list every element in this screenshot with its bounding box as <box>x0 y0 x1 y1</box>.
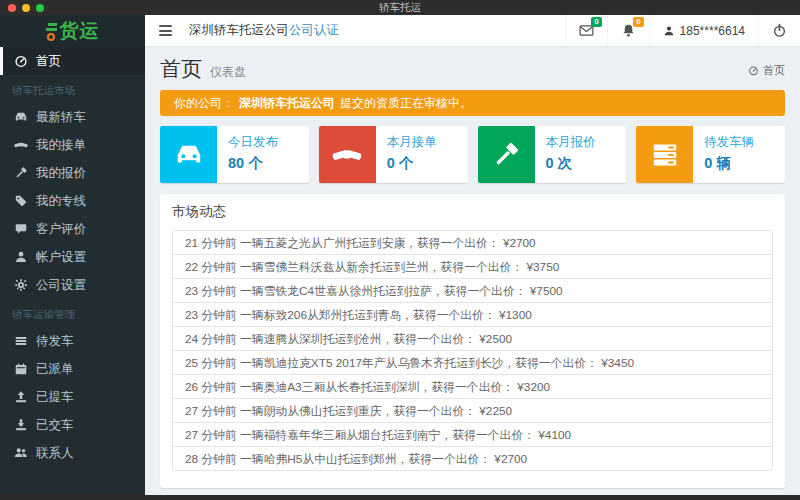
market-list-item[interactable]: 21 分钟前 一辆五菱之光从广州托运到安康，获得一个出价： ¥2700 <box>172 230 773 255</box>
sidebar-item-label: 已提车 <box>36 389 74 406</box>
notifications-button[interactable]: 0 <box>607 15 649 46</box>
stat-label: 待发车辆 <box>704 134 754 151</box>
content-area: 首页 仪表盘 首页 你的公司： 深圳轿车托运公司 提交的资质正在审核中。 <box>145 47 800 495</box>
sidebar: 货运 首页 轿车托运市场 最新轿车 我的接单 我的报价 <box>0 15 145 495</box>
sidebar-item-dispatched[interactable]: 已派单 <box>0 355 145 383</box>
sidebar-toggle-button[interactable] <box>145 15 185 46</box>
stat-card-published-today[interactable]: 今日发布 80 个 <box>160 126 309 183</box>
sidebar-item-delivered[interactable]: 已交车 <box>0 411 145 439</box>
server-icon <box>650 140 680 170</box>
market-activity-list: 21 分钟前 一辆五菱之光从广州托运到安康，获得一个出价： ¥2700 22 分… <box>172 230 773 479</box>
sidebar-section-transport: 轿车运输管理 <box>0 299 145 327</box>
messages-badge: 0 <box>591 17 601 27</box>
alert-message: 提交的资质正在审核中。 <box>340 95 472 112</box>
user-menu-button[interactable]: 185****6614 <box>649 15 758 46</box>
stat-card-pending-vehicles[interactable]: 待发车辆 0 辆 <box>636 126 785 183</box>
notifications-badge: 0 <box>633 17 643 27</box>
sidebar-item-label: 客户评价 <box>36 221 86 238</box>
sidebar-item-my-orders[interactable]: 我的接单 <box>0 131 145 159</box>
stat-cards: 今日发布 80 个 本月接单 0 个 <box>160 126 785 183</box>
sidebar-item-company-settings[interactable]: 公司设置 <box>0 271 145 299</box>
market-list-item[interactable]: 23 分钟前 一辆雪铁龙C4世嘉从徐州托运到拉萨，获得一个出价： ¥7500 <box>172 278 773 303</box>
alert-company: 深圳轿车托运公司 <box>239 95 335 112</box>
stat-card-month-quotes[interactable]: 本月报价 0 次 <box>478 126 627 183</box>
sidebar-item-label: 联系人 <box>36 445 74 462</box>
market-list-item[interactable]: 27 分钟前 一辆朗动从佛山托运到重庆，获得一个出价： ¥2250 <box>172 398 773 423</box>
sidebar-item-label: 我的接单 <box>36 137 86 154</box>
sidebar-item-customer-reviews[interactable]: 客户评价 <box>0 215 145 243</box>
sidebar-section-market: 轿车托运市场 <box>0 75 145 103</box>
car-icon <box>14 110 28 124</box>
sidebar-item-picked-up[interactable]: 已提车 <box>0 383 145 411</box>
car-icon <box>174 140 204 170</box>
breadcrumb-label: 首页 <box>763 63 785 78</box>
window-controls <box>8 4 44 12</box>
stat-card-month-orders[interactable]: 本月接单 0 个 <box>319 126 468 183</box>
calendar-icon <box>14 362 28 376</box>
sidebar-item-home[interactable]: 首页 <box>0 47 145 75</box>
sidebar-item-label: 公司设置 <box>36 277 86 294</box>
market-list-item[interactable]: 25 分钟前 一辆凯迪拉克XT5 2017年产从乌鲁木齐托运到长沙，获得一个出价… <box>172 350 773 375</box>
tag-icon <box>14 194 28 208</box>
gear-icon <box>14 278 28 292</box>
sidebar-item-label: 我的报价 <box>36 165 86 182</box>
sidebar-item-account-settings[interactable]: 帐户设置 <box>0 243 145 271</box>
window-bottom-edge <box>0 495 800 500</box>
company-certify-link[interactable]: 公司认证 <box>289 23 339 37</box>
market-list-item[interactable]: 26 分钟前 一辆奥迪A3三厢从长春托运到深圳，获得一个出价： ¥3200 <box>172 374 773 399</box>
stat-label: 本月报价 <box>546 134 596 151</box>
window-title: 轿车托运 <box>0 1 800 15</box>
sidebar-item-my-routes[interactable]: 我的专线 <box>0 187 145 215</box>
handshake-icon <box>14 138 28 152</box>
market-list-item[interactable]: 23 分钟前 一辆标致206从郑州托运到青岛，获得一个出价： ¥1300 <box>172 302 773 327</box>
page-subtitle: 仪表盘 <box>210 64 246 81</box>
stat-value: 80 个 <box>228 154 278 173</box>
sidebar-item-latest-cars[interactable]: 最新轿车 <box>0 103 145 131</box>
breadcrumb[interactable]: 首页 <box>748 63 785 78</box>
minimize-window-button[interactable] <box>22 4 30 12</box>
list-icon <box>14 334 28 348</box>
page-title: 首页 <box>160 55 202 83</box>
dashboard-icon <box>14 54 28 68</box>
sidebar-item-label: 已交车 <box>36 417 74 434</box>
sidebar-item-label: 最新轿车 <box>36 109 86 126</box>
sidebar-item-contacts[interactable]: 联系人 <box>0 439 145 467</box>
arrow-down-tray-icon <box>14 418 28 432</box>
messages-button[interactable]: 0 <box>565 15 607 46</box>
gavel-icon <box>491 140 521 170</box>
user-icon <box>14 250 28 264</box>
logo-icon <box>46 22 57 41</box>
review-alert: 你的公司： 深圳轿车托运公司 提交的资质正在审核中。 <box>160 90 785 116</box>
user-phone: 185****6614 <box>680 24 745 38</box>
app-window: 轿车托运 货运 首页 轿车托运市场 最新轿车 我的 <box>0 0 800 500</box>
sidebar-item-label: 待发车 <box>36 333 74 350</box>
close-window-button[interactable] <box>8 4 16 12</box>
alert-prefix: 你的公司： <box>174 95 234 112</box>
market-list-item[interactable]: 24 分钟前 一辆速腾从深圳托运到沧州，获得一个出价： ¥2500 <box>172 326 773 351</box>
market-activity-panel: 市场动态 21 分钟前 一辆五菱之光从广州托运到安康，获得一个出价： ¥2700… <box>160 194 785 488</box>
stat-value: 0 次 <box>546 154 596 173</box>
company-name-text: 深圳轿车托运公司 <box>189 23 289 37</box>
arrow-up-tray-icon <box>14 390 28 404</box>
logout-button[interactable] <box>758 15 800 46</box>
stat-label: 今日发布 <box>228 134 278 151</box>
market-list-item[interactable]: 28 分钟前 一辆哈弗H5从中山托运到郑州，获得一个出价： ¥2700 <box>172 446 773 471</box>
comment-icon <box>14 222 28 236</box>
market-list-item[interactable]: 22 分钟前 一辆雪佛兰科沃兹从新余托运到兰州，获得一个出价： ¥3750 <box>172 254 773 279</box>
sidebar-item-my-quotes[interactable]: 我的报价 <box>0 159 145 187</box>
market-list-item[interactable]: 27 分钟前 一辆福特嘉年华三厢从烟台托运到南宁，获得一个出价： ¥4100 <box>172 422 773 447</box>
handshake-icon <box>332 140 362 170</box>
stat-label: 本月接单 <box>387 134 437 151</box>
zoom-window-button[interactable] <box>36 4 44 12</box>
app-logo[interactable]: 货运 <box>0 15 145 47</box>
contacts-icon <box>14 446 28 460</box>
sidebar-item-label: 帐户设置 <box>36 249 86 266</box>
dashboard-icon <box>748 65 759 76</box>
gavel-icon <box>14 166 28 180</box>
top-navbar: 深圳轿车托运公司公司认证 0 0 185****6614 <box>145 15 800 47</box>
sidebar-item-pending-dispatch[interactable]: 待发车 <box>0 327 145 355</box>
stat-value: 0 个 <box>387 154 437 173</box>
person-icon <box>663 25 675 37</box>
power-icon <box>772 23 787 38</box>
logo-text: 货运 <box>60 18 100 44</box>
